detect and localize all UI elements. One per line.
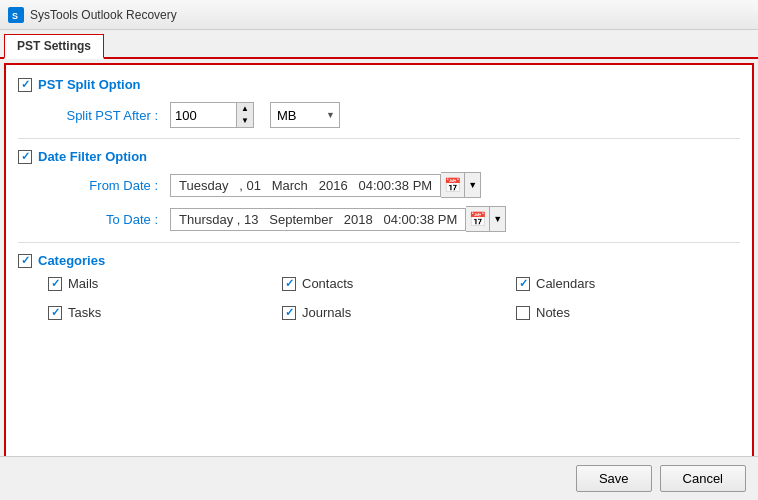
to-date-row: To Date : Thursday , 13 September 2018 0… xyxy=(48,206,740,232)
calendar-icon: 📅 xyxy=(441,177,464,193)
from-date-label: From Date : xyxy=(48,178,158,193)
spin-down-button[interactable]: ▼ xyxy=(237,115,253,127)
mails-label: Mails xyxy=(68,276,98,291)
divider-2 xyxy=(18,242,740,243)
mails-checkbox[interactable] xyxy=(48,277,62,291)
to-date-label: To Date : xyxy=(48,212,158,227)
to-date-display: Thursday , 13 September 2018 04:00:38 PM xyxy=(170,208,466,231)
contacts-checkbox[interactable] xyxy=(282,277,296,291)
spin-buttons: ▲ ▼ xyxy=(236,103,253,127)
app-icon: S xyxy=(8,7,24,23)
categories-label: Categories xyxy=(38,253,105,268)
from-date-display: Tuesday , 01 March 2016 04:00:38 PM xyxy=(170,174,441,197)
category-notes: Notes xyxy=(516,305,740,320)
from-date-picker-button[interactable]: 📅 ▼ xyxy=(441,172,481,198)
journals-checkbox[interactable] xyxy=(282,306,296,320)
split-after-row: Split PST After : ▲ ▼ MB GB xyxy=(48,102,740,128)
date-filter-section: Date Filter Option From Date : Tuesday ,… xyxy=(18,149,740,232)
calendars-label: Calendars xyxy=(536,276,595,291)
save-button[interactable]: Save xyxy=(576,465,652,492)
split-value-input[interactable] xyxy=(171,103,236,127)
pst-split-section: PST Split Option Split PST After : ▲ ▼ M… xyxy=(18,77,740,128)
category-calendars: Calendars xyxy=(516,276,740,291)
calendars-checkbox[interactable] xyxy=(516,277,530,291)
from-date-dropdown-arrow[interactable]: ▼ xyxy=(464,173,480,197)
category-mails: Mails xyxy=(48,276,272,291)
divider-1 xyxy=(18,138,740,139)
footer: Save Cancel xyxy=(0,456,758,500)
tasks-checkbox[interactable] xyxy=(48,306,62,320)
tab-bar: PST Settings xyxy=(0,30,758,59)
title-bar: S SysTools Outlook Recovery xyxy=(0,0,758,30)
date-filter-checkbox[interactable] xyxy=(18,150,32,164)
categories-checkbox[interactable] xyxy=(18,254,32,268)
to-date-picker-button[interactable]: 📅 ▼ xyxy=(466,206,506,232)
to-date-dropdown-arrow[interactable]: ▼ xyxy=(489,207,505,231)
category-contacts: Contacts xyxy=(282,276,506,291)
date-filter-header: Date Filter Option xyxy=(18,149,740,164)
tab-pst-settings[interactable]: PST Settings xyxy=(4,34,104,59)
journals-label: Journals xyxy=(302,305,351,320)
pst-split-label: PST Split Option xyxy=(38,77,141,92)
from-date-value: Tuesday , 01 March 2016 04:00:38 PM xyxy=(179,178,432,193)
split-label: Split PST After : xyxy=(48,108,158,123)
notes-checkbox[interactable] xyxy=(516,306,530,320)
unit-select[interactable]: MB GB xyxy=(271,103,326,127)
tasks-label: Tasks xyxy=(68,305,101,320)
to-date-value: Thursday , 13 September 2018 04:00:38 PM xyxy=(179,212,457,227)
cancel-button[interactable]: Cancel xyxy=(660,465,746,492)
date-filter-label: Date Filter Option xyxy=(38,149,147,164)
from-date-row: From Date : Tuesday , 01 March 2016 04:0… xyxy=(48,172,740,198)
split-value-input-wrap: ▲ ▼ xyxy=(170,102,254,128)
category-journals: Journals xyxy=(282,305,506,320)
svg-text:S: S xyxy=(12,11,18,21)
calendar-icon-2: 📅 xyxy=(466,211,489,227)
pst-split-header: PST Split Option xyxy=(18,77,740,92)
spin-up-button[interactable]: ▲ xyxy=(237,103,253,115)
app-title: SysTools Outlook Recovery xyxy=(30,8,177,22)
notes-label: Notes xyxy=(536,305,570,320)
unit-select-wrap: MB GB xyxy=(270,102,340,128)
categories-section: Categories Mails Contacts Calendars Task… xyxy=(18,253,740,320)
pst-split-checkbox[interactable] xyxy=(18,78,32,92)
contacts-label: Contacts xyxy=(302,276,353,291)
categories-grid: Mails Contacts Calendars Tasks Journals xyxy=(18,276,740,320)
main-content: PST Split Option Split PST After : ▲ ▼ M… xyxy=(4,63,754,463)
categories-header: Categories xyxy=(18,253,740,268)
category-tasks: Tasks xyxy=(48,305,272,320)
